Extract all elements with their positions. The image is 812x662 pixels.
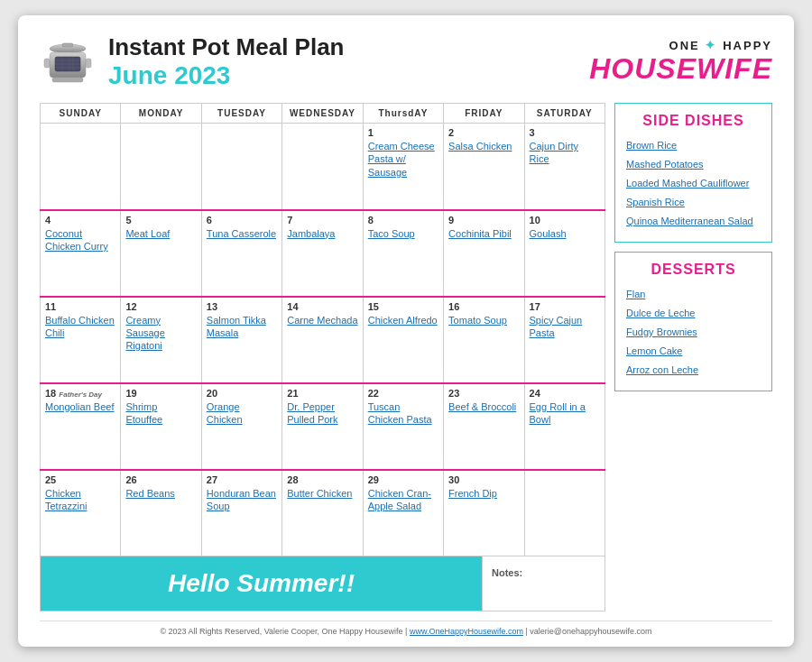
day-number-4: 4 [45,215,115,225]
meal-jun14[interactable]: Carne Mechada [287,314,357,326]
dessert-lemon-cake[interactable]: Lemon Cake [626,345,682,356]
meal-jun26[interactable]: Red Beans [125,487,196,500]
day-number-27: 27 [207,474,277,485]
cell-jun22: 22 Tuscan Chicken Pasta [363,383,443,470]
side-dish-mashed-potatoes[interactable]: Mashed Potatoes [626,159,704,170]
cell-jun24: 24 Egg Roll in a Bowl [524,383,604,470]
list-item: Spanish Rice [626,193,761,209]
day-number-13: 13 [207,301,277,312]
meal-jun8[interactable]: Taco Soup [368,227,438,240]
dessert-flan[interactable]: Flan [626,289,645,299]
footer-website[interactable]: www.OneHappyHousewife.com [410,627,523,636]
cell-empty-2 [121,124,201,210]
side-dish-quinoa-salad[interactable]: Quinoa Mediterranean Salad [626,216,753,226]
list-item: Quinoa Mediterranean Salad [626,212,761,228]
meal-jun7[interactable]: Jambalaya [287,227,357,240]
day-number-24: 24 [530,388,600,399]
notes-label: Notes: [492,567,522,578]
meal-jun19[interactable]: Shrimp Etouffee [125,400,196,427]
desserts-list: Flan Dulce de Leche Fudgy Brownies Lemon… [626,285,761,377]
list-item: Loaded Mashed Cauliflower [626,174,761,190]
meal-jun25[interactable]: Chicken Tetrazzini [45,487,115,513]
day-number-5: 5 [125,215,196,225]
cell-jun9: 9 Cochinita Pibil [444,210,524,297]
side-dish-spanish-rice[interactable]: Spanish Rice [626,197,685,207]
day-number-28: 28 [287,474,357,485]
meal-jun11[interactable]: Buffalo Chicken Chili [45,314,115,340]
meal-jun9[interactable]: Cochinita Pibil [448,227,519,240]
meal-jun6[interactable]: Tuna Casserole [207,227,277,240]
meal-jun21[interactable]: Dr. Pepper Pulled Pork [287,400,357,427]
meal-jun17[interactable]: Spicy Cajun Pasta [530,314,600,340]
cell-jun4: 4 Coconut Chicken Curry [41,210,121,297]
meal-jun4[interactable]: Coconut Chicken Curry [45,227,115,253]
cell-empty-3 [201,124,281,210]
header-left: Instant Pot Meal Plan June 2023 [40,33,345,90]
col-tuesday: TUESDAY [201,104,281,124]
day-number-17: 17 [530,301,600,312]
meal-jun28[interactable]: Butter Chicken [287,487,357,500]
main-content: SUNDAY MONDAY TUESDAY WEDNESDAY ThursdAY… [40,103,772,611]
svg-rect-1 [62,43,73,47]
meal-jun22[interactable]: Tuscan Chicken Pasta [368,400,438,427]
dessert-fudgy-brownies[interactable]: Fudgy Brownies [626,326,697,337]
cell-empty-last [524,470,604,556]
cell-jun23: 23 Beef & Broccoli [444,383,524,470]
meal-jun23[interactable]: Beef & Broccoli [448,400,519,413]
side-dish-loaded-mashed-cauliflower[interactable]: Loaded Mashed Cauliflower [626,178,749,188]
list-item: Flan [626,285,761,301]
col-sunday: SUNDAY [41,104,121,124]
meal-jun10[interactable]: Goulash [530,227,600,240]
meal-jun29[interactable]: Chicken Cran-Apple Salad [368,487,438,513]
day-number-2: 2 [448,127,519,138]
header-title: Instant Pot Meal Plan June 2023 [108,33,345,90]
day-number-30: 30 [448,474,519,485]
svg-rect-11 [86,59,91,68]
logo-top: ONE ✦ HAPPY [589,39,772,52]
cell-jun5: 5 Meat Loaf [121,210,201,297]
meal-jun24[interactable]: Egg Roll in a Bowl [530,400,600,427]
dessert-dulce-de-leche[interactable]: Dulce de Leche [626,308,695,318]
cell-jun11: 11 Buffalo Chicken Chili [41,297,121,383]
meal-jun13[interactable]: Salmon Tikka Masala [207,314,277,340]
week-3-row: 11 Buffalo Chicken Chili 12 Creamy Sausa… [41,297,605,383]
meal-jun2[interactable]: Salsa Chicken [448,140,519,152]
day-number-21: 21 [287,388,357,399]
day-number-14: 14 [287,301,357,312]
meal-jun15[interactable]: Chicken Alfredo [368,314,438,326]
cell-jun8: 8 Taco Soup [363,210,443,297]
list-item: Fudgy Brownies [626,323,761,339]
day-number-29: 29 [368,474,438,485]
day-number-11: 11 [45,301,115,312]
list-item: Dulce de Leche [626,304,761,320]
meal-jun12[interactable]: Creamy Sausage Rigatoni [125,314,196,353]
hello-summer-text: Hello Summer!! [168,569,355,597]
week-2-row: 4 Coconut Chicken Curry 5 Meat Loaf 6 Tu… [41,210,605,297]
month-year: June 2023 [108,61,345,90]
meal-jun3[interactable]: Cajun Dirty Rice [530,140,600,166]
dessert-arroz-con-leche[interactable]: Arroz con Leche [626,364,698,375]
sidebar: SIDE DISHES Brown Rice Mashed Potatoes L… [614,103,772,611]
meal-jun1[interactable]: Cream Cheese Pasta w/ Sausage [368,140,438,179]
day-number-9: 9 [448,215,519,225]
meal-jun5[interactable]: Meat Loaf [125,227,196,240]
day-number-19: 19 [125,388,196,399]
meal-jun16[interactable]: Tomato Soup [448,314,519,326]
cell-jun2: 2 Salsa Chicken [444,124,524,210]
cell-jun10: 10 Goulash [524,210,604,297]
meal-jun18[interactable]: Mongolian Beef [45,400,115,413]
side-dishes-box: SIDE DISHES Brown Rice Mashed Potatoes L… [614,103,772,243]
cell-jun27: 27 Honduran Bean Soup [201,470,281,556]
meal-jun30[interactable]: French Dip [448,487,519,500]
col-wednesday: WEDNESDAY [282,104,363,124]
hello-summer-banner: Hello Summer!! [41,556,483,611]
day-number-7: 7 [287,215,357,225]
meal-jun20[interactable]: Orange Chicken [207,400,277,427]
meal-jun27[interactable]: Honduran Bean Soup [207,487,277,513]
calendar-section: SUNDAY MONDAY TUESDAY WEDNESDAY ThursdAY… [40,103,605,611]
side-dish-brown-rice[interactable]: Brown Rice [626,140,677,151]
cell-jun1: 1 Cream Cheese Pasta w/ Sausage [363,124,443,210]
cell-jun14: 14 Carne Mechada [282,297,363,383]
day-number-12: 12 [125,301,196,312]
cell-jun25: 25 Chicken Tetrazzini [41,470,121,556]
